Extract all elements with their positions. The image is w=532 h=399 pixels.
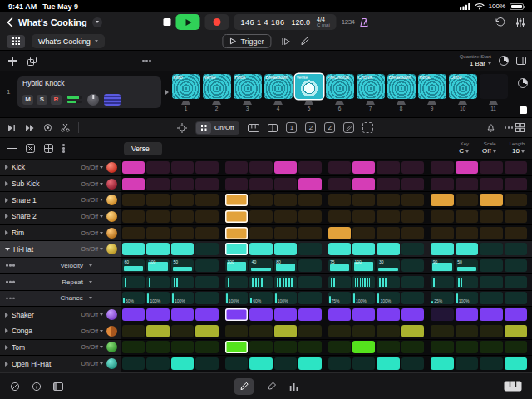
step-cell[interactable]: 60 [122,259,145,272]
row-header-shaker[interactable]: ShakerOn/Off [0,307,121,323]
scene-cell-breakdown[interactable]: Breakdown [264,74,293,99]
step-cell[interactable] [328,325,351,337]
step-cell[interactable] [401,161,424,174]
step-cell[interactable]: 50 [171,259,194,272]
step-cell[interactable] [195,325,218,337]
step-cell[interactable] [249,308,272,321]
step-cell[interactable] [505,178,527,190]
step-cell[interactable] [401,276,424,288]
step-cell[interactable] [122,341,145,353]
step-cell[interactable] [146,243,169,255]
keyboard-icon[interactable] [248,124,259,132]
step-cell[interactable] [505,341,527,353]
step-cell[interactable] [505,276,527,288]
step-cell[interactable] [377,161,399,174]
zoom-z-button[interactable]: Z [324,122,335,133]
step-cell[interactable] [456,194,478,206]
step-cell[interactable] [431,194,453,206]
step-cell[interactable] [352,341,375,353]
track-header[interactable]: 1 Hybrid Knock M S R [0,71,170,117]
step-cell[interactable] [456,161,478,174]
step-cell[interactable] [225,276,248,288]
step-cell[interactable] [480,243,502,255]
step-cell[interactable]: 100% [352,292,375,304]
step-cell[interactable] [274,276,297,288]
step-cell[interactable] [352,243,375,255]
step-cell[interactable]: 100% [225,292,248,304]
disclosure-chevron[interactable] [5,328,8,333]
scene-cell-hook[interactable]: Hook [234,74,262,99]
step-cell[interactable] [274,227,297,239]
step-cell[interactable]: 100% [171,292,194,304]
scale-control[interactable]: Scale Off [482,141,496,155]
step-cell[interactable] [146,357,169,370]
step-cell[interactable] [431,178,453,190]
row-header-kick[interactable]: KickOn/Off [0,160,121,175]
scene-cell-verse[interactable]: Verse [295,74,323,99]
more-options-icon[interactable] [142,60,145,62]
step-cell[interactable] [377,243,399,255]
project-menu-button[interactable] [92,17,102,27]
scene-trigger-button[interactable] [273,101,283,105]
step-cell[interactable] [274,210,297,223]
key-control[interactable]: Key C [459,141,469,155]
step-cell[interactable] [249,194,272,206]
step-cell[interactable] [249,227,272,239]
scene-cell-verse[interactable]: Verse [203,74,231,99]
step-cell[interactable]: 30 [377,259,399,272]
step-cell[interactable] [171,227,194,239]
pencil-box-button[interactable] [343,122,354,133]
volume-knob[interactable] [87,94,99,106]
step-cell[interactable] [377,341,399,353]
step-cell[interactable] [146,325,169,337]
disclosure-chevron[interactable] [5,181,8,186]
step-cell[interactable] [298,210,321,223]
row-header-snare-2[interactable]: Snare 2On/Off [0,209,121,224]
step-cell[interactable] [249,341,272,353]
step-cell[interactable] [352,325,375,337]
disclosure-chevron[interactable] [5,230,8,235]
step-cell[interactable] [171,308,194,321]
step-cell[interactable] [480,292,502,304]
row-header-tom[interactable]: TomOn/Off [0,340,121,356]
step-cell[interactable] [456,243,478,255]
scene-trigger-button[interactable] [243,101,252,105]
step-cell[interactable]: 100% [456,292,478,304]
step-cell[interactable] [249,178,272,190]
step-cell[interactable] [377,308,399,321]
step-cell[interactable] [171,357,194,370]
step-cell[interactable] [328,341,351,353]
pattern-name-field[interactable]: Verse [124,142,162,155]
solo-button[interactable]: S [37,95,47,105]
step-cell[interactable] [328,308,351,321]
scene-cell-prechorus[interactable]: PreChorus [326,74,354,99]
scene-trigger-button[interactable] [458,101,467,105]
step-cell[interactable] [456,276,478,288]
project-selector[interactable]: What's Cooking [32,34,105,48]
step-cell[interactable] [249,325,272,337]
step-cell[interactable] [171,243,194,255]
step-cell[interactable] [352,210,375,223]
step-cell[interactable] [171,276,194,288]
step-cell[interactable] [122,357,145,370]
step-cell[interactable] [456,308,478,321]
step-cell[interactable] [298,341,321,353]
step-cell[interactable] [122,276,145,288]
crosshair-icon[interactable] [177,123,187,133]
scene-trigger-button[interactable] [397,101,406,105]
step-cell[interactable] [195,341,218,353]
piano-keyboard-icon[interactable] [504,381,522,392]
step-cell[interactable] [146,308,169,321]
grid-zoom-icon[interactable] [515,123,525,132]
pencil-tool-button[interactable] [234,378,254,395]
step-cell[interactable] [377,325,399,337]
step-cell[interactable] [274,194,297,206]
row-mode-selector[interactable]: On/Off [81,344,104,350]
step-cell[interactable]: 100% [274,292,297,304]
step-cell[interactable] [352,178,375,190]
step-cell[interactable] [401,341,424,353]
count-in-button[interactable]: 1234 [342,18,355,26]
step-cell[interactable] [298,308,321,321]
step-cell[interactable] [431,357,453,370]
step-cell[interactable] [274,161,297,174]
